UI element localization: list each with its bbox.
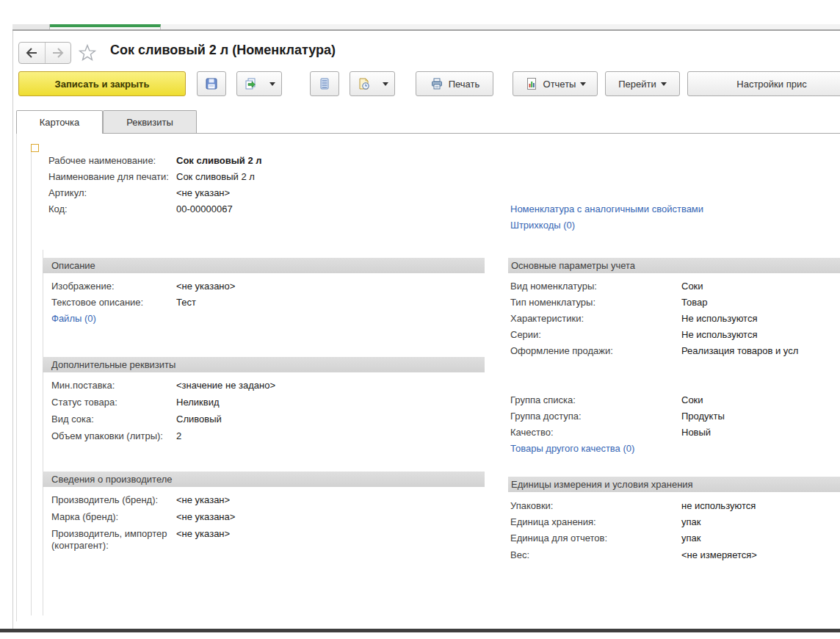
field-value: 00-00000067 bbox=[176, 203, 233, 215]
field-value: Сливовый bbox=[176, 414, 222, 425]
app-window: Сок сливовый 2 л (Номенклатура) Записать… bbox=[0, 0, 840, 639]
favorite-star-icon[interactable] bbox=[78, 43, 97, 65]
field-label: Группа списка: bbox=[510, 394, 576, 406]
subgroup-left-line bbox=[43, 250, 43, 615]
goto-button-label: Перейти bbox=[618, 79, 656, 90]
form-anchor-marker bbox=[31, 144, 39, 152]
section-header-additional: Дополнительные реквизиты bbox=[43, 357, 485, 372]
field-value: Новый bbox=[681, 427, 711, 438]
field-value: <не измеряется> bbox=[681, 549, 757, 561]
history-document-button[interactable] bbox=[350, 71, 395, 96]
field-label: Вид сока: bbox=[51, 414, 94, 425]
group-left-line bbox=[31, 144, 32, 615]
settings-button-label: Настройки прис bbox=[736, 79, 806, 90]
field-value: <не указан> bbox=[176, 187, 230, 199]
print-button-label: Печать bbox=[449, 79, 480, 90]
document-clock-icon bbox=[356, 76, 371, 91]
reports-button-label: Отчеты bbox=[543, 79, 576, 90]
dropdown-caret-icon bbox=[383, 82, 388, 86]
dropdown-caret-icon bbox=[580, 82, 586, 86]
field-value: упак bbox=[681, 532, 700, 544]
field-label: Статус товара: bbox=[51, 397, 117, 408]
field-label: Единица хранения: bbox=[510, 516, 596, 528]
field-value: Соки bbox=[681, 394, 703, 406]
field-value: Тест bbox=[176, 297, 196, 308]
section-header-manufacturer: Сведения о производителе bbox=[43, 472, 485, 487]
panel-left-line bbox=[16, 133, 17, 621]
show-in-list-button[interactable] bbox=[310, 71, 339, 96]
field-value: <не указан> bbox=[176, 494, 230, 506]
goto-button[interactable]: Перейти bbox=[605, 71, 680, 96]
field-value: <не указана> bbox=[176, 511, 235, 523]
back-button[interactable] bbox=[19, 43, 45, 63]
field-label: Вид номенклатуры: bbox=[510, 281, 597, 292]
dropdown-caret-icon bbox=[269, 82, 275, 86]
field-label: Текстовое описание: bbox=[51, 297, 143, 308]
tab-rekvizity[interactable]: Реквизиты bbox=[103, 110, 197, 133]
field-value: Неликвид bbox=[176, 397, 219, 408]
field-label: Наименование для печати: bbox=[48, 171, 169, 183]
forward-arrow-icon bbox=[51, 48, 65, 58]
field-label: Тип номенклатуры: bbox=[510, 297, 595, 308]
field-value: Реализация товаров и усл bbox=[681, 345, 798, 357]
field-value: Не используются bbox=[681, 313, 757, 325]
field-label: Вес: bbox=[510, 549, 529, 561]
back-arrow-icon bbox=[25, 48, 38, 58]
field-label: Рабочее наименование: bbox=[48, 155, 156, 167]
window-tab-strip-border bbox=[12, 29, 840, 31]
section-header-accounting: Основные параметры учета bbox=[508, 258, 840, 273]
forward-button[interactable] bbox=[45, 43, 71, 63]
field-value: <не указан> bbox=[176, 528, 230, 540]
link-similar-items[interactable]: Номенклатура с аналогичными свойствами bbox=[510, 203, 703, 215]
field-label: Мин.поставка: bbox=[51, 380, 115, 391]
field-value: Сок сливовый 2 л bbox=[176, 171, 255, 183]
field-label: Объем упаковки (литры): bbox=[51, 430, 163, 442]
field-value: Товар bbox=[681, 297, 707, 308]
field-label: Артикул: bbox=[48, 187, 87, 199]
field-value: Сок сливовый 2 л bbox=[176, 155, 262, 167]
window-left-border bbox=[12, 31, 13, 629]
field-value: упак bbox=[681, 516, 700, 528]
field-value: Не используются bbox=[681, 329, 757, 341]
copy-item-button[interactable] bbox=[236, 71, 282, 96]
field-label: Изображение: bbox=[51, 281, 115, 292]
settings-button[interactable]: Настройки прис bbox=[687, 71, 840, 96]
tab-panel-border bbox=[16, 133, 840, 134]
field-value: <значение не задано> bbox=[176, 380, 275, 391]
floppy-disk-icon bbox=[204, 76, 219, 91]
field-label: Производитель, импортер (контрагент): bbox=[51, 528, 181, 552]
field-label: Качество: bbox=[510, 427, 554, 438]
tab-kartochka[interactable]: Карточка bbox=[16, 110, 103, 134]
save-button[interactable] bbox=[197, 71, 226, 96]
link-barcodes[interactable]: Штрихкоды (0) bbox=[510, 220, 575, 231]
field-label: Код: bbox=[48, 203, 68, 215]
link-files[interactable]: Файлы (0) bbox=[51, 313, 96, 325]
field-value: <не указано> bbox=[176, 281, 235, 292]
field-label: Единица для отчетов: bbox=[510, 532, 607, 544]
field-value: Продукты bbox=[681, 411, 725, 422]
printer-icon bbox=[430, 76, 444, 91]
section-header-units: Единицы измерения и условия хранения bbox=[508, 477, 840, 492]
field-label: Оформление продажи: bbox=[510, 345, 613, 357]
field-value: не используются bbox=[681, 500, 756, 512]
copy-document-icon bbox=[243, 76, 258, 91]
field-label: Группа доступа: bbox=[510, 411, 582, 422]
field-value: 2 bbox=[176, 430, 181, 442]
field-value: Соки bbox=[681, 281, 703, 292]
window-bottom-edge bbox=[0, 629, 840, 632]
field-label: Производитель (бренд): bbox=[51, 494, 158, 506]
field-label: Упаковки: bbox=[510, 500, 553, 512]
field-label: Характеристики: bbox=[510, 313, 584, 325]
report-chart-icon bbox=[524, 76, 539, 91]
page-title: Сок сливовый 2 л (Номенклатура) bbox=[110, 43, 336, 58]
section-header-description: Описание bbox=[43, 258, 485, 273]
link-other-quality-goods[interactable]: Товары другого качества (0) bbox=[510, 443, 634, 455]
save-and-close-button[interactable]: Записать и закрыть bbox=[18, 71, 186, 96]
print-button[interactable]: Печать bbox=[416, 71, 493, 96]
history-nav-group bbox=[18, 42, 71, 64]
field-label: Марка (бренд): bbox=[51, 511, 118, 523]
list-icon bbox=[317, 76, 332, 91]
reports-button[interactable]: Отчеты bbox=[513, 71, 598, 96]
dropdown-caret-icon bbox=[661, 82, 667, 86]
field-label: Серии: bbox=[510, 329, 541, 341]
